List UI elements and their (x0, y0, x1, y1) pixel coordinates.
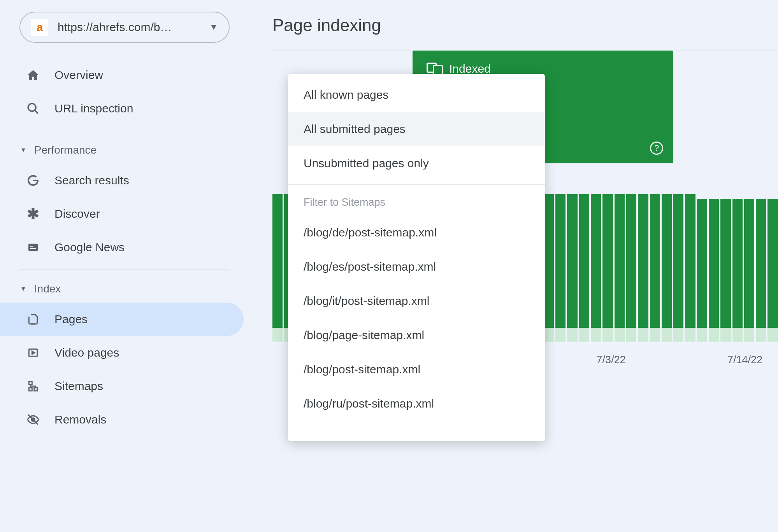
chart-bar[interactable] (272, 194, 283, 342)
sitemap-option[interactable]: /blog/page-sitemap.xml (288, 318, 545, 352)
sidebar-item-label: Search results (54, 174, 129, 187)
chart-bar[interactable] (591, 194, 601, 342)
sidebar-item-removals[interactable]: Removals (0, 403, 244, 436)
section-header-index[interactable]: ▼ Index (0, 275, 249, 303)
property-favicon: a (31, 19, 48, 36)
chart-bar[interactable] (615, 194, 625, 342)
sidebar-item-label: Discover (54, 207, 100, 220)
page-title: Page indexing (272, 16, 778, 51)
chart-bar[interactable] (720, 199, 731, 342)
divider (19, 131, 230, 131)
chevron-down-icon: ▼ (20, 285, 26, 292)
sitemap-option-cutoff[interactable]: … (288, 421, 545, 441)
sidebar-item-label: Pages (54, 313, 88, 326)
sidebar-item-discover[interactable]: ✱ Discover (0, 197, 244, 231)
sidebar-item-sitemaps[interactable]: Sitemaps (0, 369, 244, 403)
sidebar-item-label: Google News (54, 241, 125, 254)
filter-option-unsubmitted[interactable]: Unsubmitted pages only (288, 146, 545, 180)
svg-rect-2 (28, 244, 38, 251)
chart-bar[interactable] (567, 194, 577, 342)
indexed-label: Indexed (449, 62, 491, 75)
svg-rect-7 (29, 388, 32, 391)
chevron-down-icon: ▼ (209, 22, 218, 32)
svg-point-0 (28, 103, 36, 111)
chevron-down-icon: ▼ (20, 147, 26, 154)
section-label: Performance (34, 144, 97, 156)
svg-rect-3 (30, 246, 33, 247)
sidebar-item-label: Sitemaps (54, 380, 103, 393)
chart-bar[interactable] (662, 194, 672, 342)
chart-bar[interactable] (544, 194, 554, 342)
sitemap-option[interactable]: /blog/ru/post-sitemap.xml (288, 387, 545, 421)
main-content: Page indexing (272, 0, 778, 51)
home-icon (26, 68, 40, 82)
sidebar-item-label: URL inspection (54, 102, 133, 115)
chart-bar[interactable] (555, 194, 565, 342)
chart-bar[interactable] (744, 199, 754, 342)
chart-bar[interactable] (685, 194, 695, 342)
svg-rect-4 (30, 248, 36, 249)
svg-line-1 (35, 110, 38, 114)
chart-bar[interactable] (673, 194, 683, 342)
sitemap-icon (26, 379, 40, 394)
filter-option-all-known[interactable]: All known pages (288, 78, 545, 112)
sitemap-option[interactable]: /blog/de/post-sitemap.xml (288, 215, 545, 250)
chart-bar[interactable] (709, 199, 719, 342)
sidebar-item-label: Removals (54, 413, 106, 426)
sitemap-option[interactable]: /blog/it/post-sitemap.xml (288, 284, 545, 318)
sidebar-item-overview[interactable]: Overview (0, 58, 244, 92)
news-icon (26, 240, 40, 255)
sitemap-filter-header: Filter to Sitemaps (288, 185, 545, 215)
google-icon (26, 173, 40, 188)
chart-bar[interactable] (650, 194, 660, 342)
sidebar-item-label: Overview (54, 68, 103, 82)
chart-bar[interactable] (767, 199, 778, 342)
filter-dropdown: All known pages All submitted pages Unsu… (288, 74, 545, 441)
help-icon[interactable]: ? (650, 142, 663, 155)
indexed-legend: Indexed (427, 62, 659, 75)
filter-option-all-submitted[interactable]: All submitted pages (288, 112, 545, 146)
sidebar-item-pages[interactable]: Pages (0, 303, 244, 336)
sidebar-item-label: Video pages (54, 346, 119, 359)
x-tick: 7/14/22 (727, 354, 762, 366)
chart-bar[interactable] (732, 199, 743, 342)
divider (19, 442, 230, 442)
chart-bar[interactable] (756, 199, 766, 342)
sitemap-option[interactable]: /blog/es/post-sitemap.xml (288, 250, 545, 284)
svg-rect-6 (29, 382, 32, 385)
sidebar-item-search-results[interactable]: Search results (0, 164, 244, 197)
property-url: https://ahrefs.com/b… (58, 21, 209, 34)
section-label: Index (34, 283, 61, 295)
overlap-icon (427, 63, 443, 75)
sidebar-item-google-news[interactable]: Google News (0, 231, 244, 264)
search-icon (26, 101, 40, 116)
sidebar: a https://ahrefs.com/b… ▼ Overview URL i… (0, 0, 249, 532)
chart-bar[interactable] (579, 194, 589, 342)
sitemap-option[interactable]: /blog/post-sitemap.xml (288, 352, 545, 387)
property-selector[interactable]: a https://ahrefs.com/b… ▼ (19, 12, 230, 43)
chart-bar[interactable] (697, 199, 707, 342)
sidebar-item-url-inspection[interactable]: URL inspection (0, 92, 244, 125)
section-header-performance[interactable]: ▼ Performance (0, 136, 249, 164)
chart-bar[interactable] (638, 194, 648, 342)
svg-rect-8 (34, 388, 37, 391)
chart-bar[interactable] (626, 194, 636, 342)
asterisk-icon: ✱ (26, 206, 40, 221)
x-tick: 7/3/22 (597, 354, 626, 366)
chart-bar[interactable] (602, 194, 613, 342)
eye-off-icon (26, 412, 40, 427)
video-pages-icon (26, 345, 40, 360)
pages-icon (26, 312, 40, 327)
divider (19, 270, 230, 270)
sidebar-item-video-pages[interactable]: Video pages (0, 336, 244, 369)
